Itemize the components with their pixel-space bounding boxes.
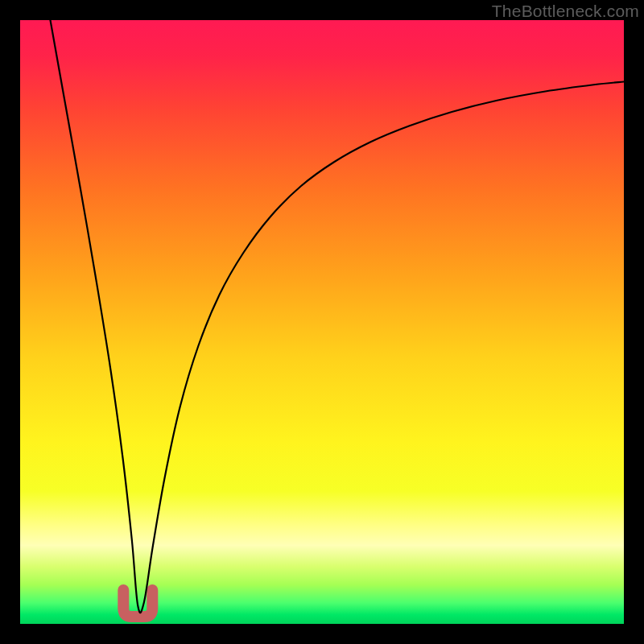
gradient-background (20, 20, 624, 624)
watermark-text: TheBottleneck.com (492, 2, 639, 21)
outer-frame: TheBottleneck.com (0, 0, 644, 644)
plot-area (20, 20, 624, 624)
bottleneck-chart (20, 20, 624, 624)
